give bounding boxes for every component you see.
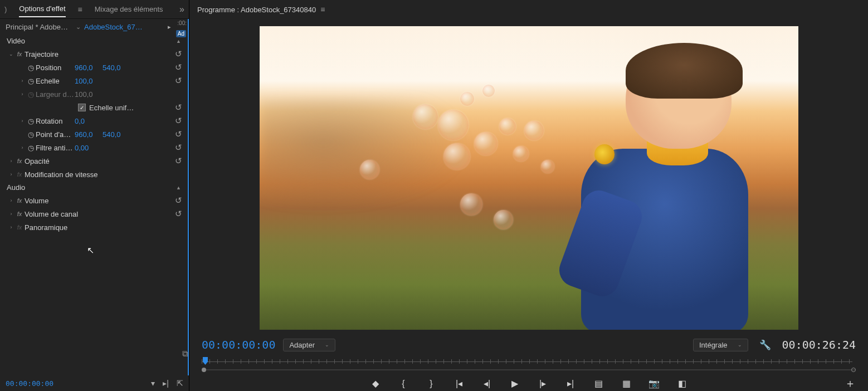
reset-icon[interactable]: ↺ bbox=[175, 76, 182, 86]
program-title: Programme : AdobeStock_67340840 bbox=[197, 6, 316, 14]
filter-icon[interactable]: ▾ bbox=[151, 379, 155, 388]
reset-icon[interactable]: ↺ bbox=[175, 116, 182, 126]
anchor-x-value[interactable]: 960,0 bbox=[75, 130, 103, 139]
crumb-master[interactable]: Principal * AdobeSt… bbox=[6, 23, 72, 31]
twirl-right-icon: › bbox=[19, 91, 26, 97]
reset-icon[interactable]: ↺ bbox=[175, 209, 182, 219]
zoom-handle-left[interactable] bbox=[202, 368, 206, 372]
twirl-right-icon[interactable]: › bbox=[19, 78, 26, 84]
twirl-right-icon[interactable]: › bbox=[8, 158, 14, 164]
play-audio-icon[interactable]: ▸| bbox=[163, 379, 169, 388]
zoom-value: Adapter bbox=[289, 341, 315, 349]
step-forward-icon[interactable]: |▸ bbox=[537, 378, 548, 389]
tab-effect-options[interactable]: Options d'effet bbox=[19, 1, 65, 17]
fx-badge-icon[interactable]: fx bbox=[14, 197, 25, 204]
rotation-value[interactable]: 0,0 bbox=[75, 117, 103, 125]
tab-menu-icon[interactable]: ≡ bbox=[78, 5, 82, 14]
twirl-right-icon[interactable]: › bbox=[8, 172, 14, 177]
time-ruler[interactable] bbox=[202, 356, 856, 373]
fx-badge-icon[interactable]: fx bbox=[14, 211, 25, 217]
fx-pan-row[interactable]: › fx Panoramique bbox=[0, 221, 188, 234]
export-icon[interactable]: ⇱ bbox=[177, 379, 183, 388]
step-back-icon[interactable]: ◂| bbox=[481, 378, 492, 389]
fx-badge-icon[interactable]: fx bbox=[14, 158, 25, 164]
chevron-down-icon[interactable]: ⌄ bbox=[76, 23, 81, 31]
fx-motion-row[interactable]: ⌄ fx Trajectoire ↺ bbox=[0, 47, 188, 61]
left-tabs: ) Options d'effet ≡ Mixage des éléments … bbox=[0, 0, 189, 19]
prop-position[interactable]: ◷ Position 960,0 540,0 ↺ bbox=[0, 61, 188, 74]
fx-opacity-row[interactable]: › fx Opacité ↺ bbox=[0, 154, 188, 168]
anchor-y-value[interactable]: 540,0 bbox=[103, 130, 130, 139]
play-only-icon[interactable]: ▸ bbox=[168, 23, 171, 31]
left-timecode[interactable]: 00:00:00:00 bbox=[6, 379, 53, 388]
hair bbox=[626, 43, 743, 99]
video-preview[interactable] bbox=[260, 26, 798, 330]
audio-section-header[interactable]: Audio ▲ bbox=[0, 181, 188, 194]
stopwatch-icon[interactable]: ◷ bbox=[26, 63, 36, 72]
reset-icon[interactable]: ↺ bbox=[175, 143, 182, 153]
stopwatch-icon[interactable]: ◷ bbox=[26, 130, 36, 139]
checkbox-checked-icon[interactable]: ✓ bbox=[78, 104, 86, 111]
fx-channel-volume-row[interactable]: › fx Volume de canal ↺ bbox=[0, 207, 188, 221]
crumb-clip[interactable]: AdobeStock_67… bbox=[84, 23, 143, 31]
add-marker-icon[interactable]: ◆ bbox=[370, 378, 381, 389]
uniform-scale-label: Echelle unif… bbox=[89, 104, 134, 112]
video-section-header[interactable]: Vidéo ▲ bbox=[0, 35, 188, 47]
flicker-value[interactable]: 0,00 bbox=[75, 144, 103, 152]
position-y-value[interactable]: 540,0 bbox=[103, 63, 130, 72]
reset-icon[interactable]: ↺ bbox=[175, 195, 182, 206]
duration-timecode[interactable]: 00:00:26:24 bbox=[782, 338, 856, 351]
zoom-select[interactable]: Adapter ⌄ bbox=[283, 339, 335, 351]
fx-volume-row[interactable]: › fx Volume ↺ bbox=[0, 194, 188, 207]
expand-tabs-icon[interactable]: » bbox=[179, 4, 184, 14]
zoom-bar[interactable] bbox=[202, 369, 856, 370]
fx-badge-icon[interactable]: fx bbox=[14, 51, 25, 57]
twirl-right-icon[interactable]: › bbox=[19, 145, 26, 150]
play-icon[interactable]: ▶ bbox=[509, 378, 520, 389]
position-x-value[interactable]: 960,0 bbox=[75, 63, 103, 72]
go-to-in-icon[interactable]: |◂ bbox=[453, 378, 465, 389]
prop-scale[interactable]: › ◷ Echelle 100,0 ↺ bbox=[0, 74, 188, 87]
go-to-out-icon[interactable]: ▸| bbox=[565, 378, 576, 389]
reset-icon[interactable]: ↺ bbox=[175, 102, 182, 113]
pan-label: Panoramique bbox=[25, 223, 182, 232]
resolution-select[interactable]: Intégrale ⌄ bbox=[693, 339, 748, 351]
tab-audio-mixing[interactable]: Mixage des éléments bbox=[95, 2, 163, 17]
reset-icon[interactable]: ↺ bbox=[175, 129, 182, 139]
mark-out-icon[interactable]: } bbox=[426, 379, 437, 389]
reset-icon[interactable]: ↺ bbox=[175, 156, 182, 166]
collapse-up-icon[interactable]: ▲ bbox=[176, 185, 181, 190]
fx-speed-row[interactable]: › fx Modification de vitesse bbox=[0, 168, 188, 181]
program-menu-icon[interactable]: ≡ bbox=[320, 5, 325, 14]
wrench-icon[interactable]: 🔧 bbox=[759, 339, 771, 351]
collapse-up-icon[interactable]: ▲ bbox=[176, 38, 181, 44]
prop-uniform-scale[interactable]: ✓ Echelle unif… ↺ bbox=[0, 101, 188, 114]
zoom-handle-right[interactable] bbox=[851, 368, 856, 372]
mark-in-icon[interactable]: { bbox=[398, 379, 409, 389]
export-frame-icon[interactable]: 📷 bbox=[648, 378, 660, 389]
lift-icon[interactable]: ▤ bbox=[593, 378, 604, 389]
resolution-value: Intégrale bbox=[699, 341, 728, 349]
extract-icon[interactable]: ▦ bbox=[621, 378, 632, 389]
scale-value[interactable]: 100,0 bbox=[75, 77, 103, 85]
twirl-right-icon[interactable]: › bbox=[8, 224, 14, 230]
current-timecode[interactable]: 00:00:00:00 bbox=[202, 338, 275, 351]
fx-badge-icon: fx bbox=[14, 171, 25, 178]
link-chain-icon[interactable]: ⧉ bbox=[182, 349, 188, 359]
twirl-down-icon[interactable]: ⌄ bbox=[8, 51, 14, 57]
prop-rotation[interactable]: › ◷ Rotation 0,0 ↺ bbox=[0, 114, 188, 128]
transport-controls: ◆ { } |◂ ◂| ▶ |▸ ▸| ▤ ▦ 📷 ◧ ＋ bbox=[189, 373, 868, 391]
reset-icon[interactable]: ↺ bbox=[175, 62, 182, 72]
clip-badge: Ad bbox=[176, 30, 186, 37]
twirl-right-icon[interactable]: › bbox=[8, 198, 14, 203]
reset-icon[interactable]: ↺ bbox=[175, 49, 182, 59]
stopwatch-icon[interactable]: ◷ bbox=[26, 77, 36, 85]
stopwatch-icon[interactable]: ◷ bbox=[26, 144, 36, 152]
button-editor-icon[interactable]: ＋ bbox=[845, 376, 856, 391]
prop-antiflicker[interactable]: › ◷ Filtre antisc… 0,00 ↺ bbox=[0, 141, 188, 154]
comparison-view-icon[interactable]: ◧ bbox=[676, 378, 687, 389]
prop-anchor[interactable]: ◷ Point d'ancr… 960,0 540,0 ↺ bbox=[0, 128, 188, 141]
twirl-right-icon[interactable]: › bbox=[19, 118, 26, 124]
stopwatch-icon[interactable]: ◷ bbox=[26, 117, 36, 125]
twirl-right-icon[interactable]: › bbox=[8, 211, 14, 217]
